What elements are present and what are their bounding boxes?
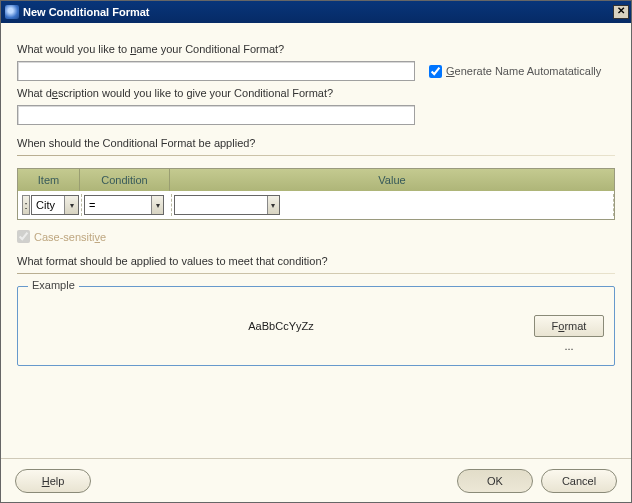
description-question: What description would you like to give … (17, 87, 615, 99)
condition-combo-text[interactable] (85, 196, 151, 214)
case-sensitive-option: Case-sensitive (17, 230, 615, 243)
close-icon[interactable]: ✕ (613, 5, 629, 19)
generate-name-checkbox[interactable] (429, 65, 442, 78)
condition-header-row: Item Condition Value (18, 169, 614, 191)
help-button[interactable]: Help (15, 469, 91, 493)
window-title: New Conditional Format (23, 6, 613, 18)
chevron-down-icon[interactable]: ▾ (64, 196, 78, 214)
when-question: When should the Conditional Format be ap… (17, 137, 615, 149)
app-icon (5, 5, 19, 19)
name-question: What would you like to name your Conditi… (17, 43, 615, 55)
value-combo-text[interactable] (175, 196, 267, 214)
example-group: Example AaBbCcYyZz Format ... (17, 286, 615, 366)
header-item: Item (18, 169, 80, 191)
titlebar[interactable]: New Conditional Format ✕ (1, 1, 631, 23)
separator (17, 273, 615, 274)
condition-row: : ▾ ▾ ▾ (18, 191, 614, 219)
header-condition: Condition (80, 169, 170, 191)
name-input[interactable] (17, 61, 415, 81)
generate-name-label: Generate Name Automatatically (446, 65, 601, 77)
dialog-footer: Help OK Cancel (1, 458, 631, 502)
value-combo[interactable]: ▾ (174, 195, 280, 215)
dialog-content: What would you like to name your Conditi… (1, 23, 631, 458)
row-handle[interactable]: : (22, 195, 30, 215)
format-button[interactable]: Format ... (534, 315, 604, 337)
example-legend: Example (28, 279, 79, 291)
format-question: What format should be applied to values … (17, 255, 615, 267)
sample-text: AaBbCcYyZz (28, 320, 534, 332)
description-input[interactable] (17, 105, 415, 125)
item-combo-text[interactable] (32, 196, 64, 214)
dialog-window: New Conditional Format ✕ What would you … (0, 0, 632, 503)
case-sensitive-label: Case-sensitive (34, 231, 106, 243)
case-sensitive-checkbox (17, 230, 30, 243)
header-value: Value (170, 169, 614, 191)
condition-table: Item Condition Value : ▾ ▾ (17, 168, 615, 220)
chevron-down-icon[interactable]: ▾ (151, 196, 163, 214)
item-combo[interactable]: ▾ (31, 195, 79, 215)
ok-button[interactable]: OK (457, 469, 533, 493)
chevron-down-icon[interactable]: ▾ (267, 196, 279, 214)
generate-name-option[interactable]: Generate Name Automatatically (429, 65, 601, 78)
cancel-button[interactable]: Cancel (541, 469, 617, 493)
separator (17, 155, 615, 156)
condition-combo[interactable]: ▾ (84, 195, 164, 215)
